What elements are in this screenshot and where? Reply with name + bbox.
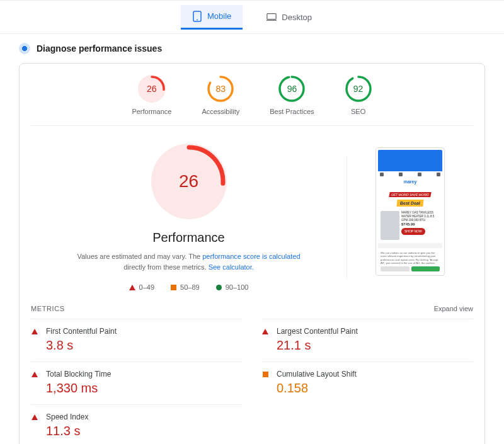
thumb-consent-buttons <box>381 266 440 271</box>
thumb-cookie-settings <box>381 266 410 271</box>
metric-cls-value: 0.158 <box>277 381 357 396</box>
metric-cls-name: Cumulative Layout Shift <box>277 370 357 379</box>
metric-lcp-name: Largest Contentful Paint <box>277 327 358 336</box>
triangle-red-icon <box>262 329 268 334</box>
triangle-red-icon <box>32 372 38 377</box>
legend-green-label: 90–100 <box>226 283 249 291</box>
score-seo-label: SEO <box>345 108 372 115</box>
hero-right: marey GET MORE! SAVE MORE! Best Deal MAR… <box>347 144 473 276</box>
metric-si-name: Speed Index <box>46 413 88 421</box>
triangle-red-icon <box>32 329 38 334</box>
metric-tbt-value: 1,330 ms <box>46 381 111 396</box>
thumb-shop-button: SHOP NOW <box>401 228 425 235</box>
metric-si[interactable]: Speed Index 11.3 s <box>31 404 243 444</box>
mobile-icon <box>192 11 202 21</box>
legend-red: 0–49 <box>129 283 154 291</box>
hero-note-pre: Values are estimated and may vary. The <box>77 253 202 260</box>
link-score-calculated[interactable]: performance score is calculated <box>202 253 300 260</box>
performance-gauge: 26 <box>151 144 227 219</box>
metric-fcp[interactable]: First Contentful Paint 3.8 s <box>31 319 243 361</box>
score-performance[interactable]: 26 Performance <box>132 75 171 115</box>
metric-fcp-value: 3.8 s <box>46 338 117 353</box>
circle-green-icon <box>216 285 222 290</box>
thumb-banner <box>378 150 442 171</box>
hero-note-mid: directly from these metrics. <box>123 263 208 271</box>
hero-title: Performance <box>43 231 334 245</box>
metric-tbt[interactable]: Total Blocking Time 1,330 ms <box>31 361 243 404</box>
score-accessibility[interactable]: 83 Accessibility <box>202 75 239 115</box>
legend-red-label: 0–49 <box>139 283 154 291</box>
thumb-product-title: MAREY GAS TANKLESS WATER HEATER 3.1L 8.5… <box>401 211 440 222</box>
svg-point-5 <box>209 77 232 101</box>
legend-amber: 50–89 <box>171 283 200 291</box>
score-best-practices[interactable]: 96 Best Practices <box>270 75 314 115</box>
report-card: 26 Performance 83 Accessibility 96 Best … <box>19 63 485 444</box>
performance-hero: 26 Performance Values are estimated and … <box>31 126 473 291</box>
legend-amber-label: 50–89 <box>180 283 200 291</box>
metric-fcp-name: First Contentful Paint <box>46 327 117 336</box>
svg-rect-2 <box>267 14 276 20</box>
metric-lcp-value: 21.1 s <box>277 338 358 353</box>
metrics-header: METRICS Expand view <box>31 291 473 319</box>
tab-desktop[interactable]: Desktop <box>255 6 323 28</box>
svg-point-1 <box>197 19 198 20</box>
desktop-icon <box>266 12 277 22</box>
thumb-deal: GET MORE! SAVE MORE! Best Deal <box>381 188 440 208</box>
link-see-calculator[interactable]: See calculator. <box>209 263 254 271</box>
score-performance-label: Performance <box>132 108 171 115</box>
svg-point-4 <box>140 77 164 101</box>
hero-left: 26 Performance Values are estimated and … <box>31 144 346 291</box>
svg-point-6 <box>280 77 304 101</box>
metric-lcp[interactable]: Largest Contentful Paint 21.1 s <box>261 319 473 361</box>
triangle-red-icon <box>129 285 135 290</box>
square-amber-icon <box>171 285 176 290</box>
thumb-logo: marey <box>378 179 442 186</box>
hero-note: Values are estimated and may vary. The p… <box>43 251 334 272</box>
legend-green: 90–100 <box>216 283 249 291</box>
svg-point-8 <box>155 147 223 215</box>
section-header: Diagnose performance issues <box>0 34 504 58</box>
score-seo[interactable]: 92 SEO <box>345 75 372 115</box>
thumb-consent: We use cookies on our website to give yo… <box>378 249 442 273</box>
triangle-red-icon <box>32 414 38 420</box>
metric-si-value: 11.3 s <box>46 424 88 438</box>
page-screenshot-thumbnail[interactable]: marey GET MORE! SAVE MORE! Best Deal MAR… <box>375 147 445 276</box>
tab-mobile-label: Mobile <box>207 11 231 21</box>
device-tabs: Mobile Desktop <box>0 0 504 34</box>
thumb-consent-text: We use cookies on our website to give yo… <box>381 251 440 265</box>
square-amber-icon <box>263 372 268 377</box>
thumb-ribbon: GET MORE! SAVE MORE! <box>389 192 432 197</box>
thumb-accept-all <box>411 266 440 271</box>
metric-cls[interactable]: Cumulative Layout Shift 0.158 <box>261 361 473 404</box>
metrics-title: METRICS <box>31 305 65 312</box>
diagnose-icon <box>19 43 30 54</box>
page-title: Diagnose performance issues <box>37 43 162 54</box>
thumb-tag: Best Deal <box>396 200 423 207</box>
metrics-grid: First Contentful Paint 3.8 s Largest Con… <box>31 319 473 444</box>
thumb-navbar <box>378 171 442 178</box>
thumb-product-image <box>381 211 399 240</box>
score-legend: 0–49 50–89 90–100 <box>43 283 334 291</box>
svg-point-7 <box>346 77 370 101</box>
thumb-price: $745.99 <box>401 222 440 227</box>
score-accessibility-label: Accessibility <box>202 108 239 115</box>
thumb-body: MAREY GAS TANKLESS WATER HEATER 3.1L 8.5… <box>378 209 442 242</box>
thumb-product-info: MAREY GAS TANKLESS WATER HEATER 3.1L 8.5… <box>401 211 440 235</box>
category-scores: 26 Performance 83 Accessibility 96 Best … <box>31 75 473 126</box>
score-best-practices-label: Best Practices <box>270 108 314 115</box>
metric-tbt-name: Total Blocking Time <box>46 370 111 379</box>
thumb-divider <box>378 243 442 248</box>
tab-mobile[interactable]: Mobile <box>181 5 243 30</box>
expand-view-button[interactable]: Expand view <box>434 305 473 312</box>
tab-desktop-label: Desktop <box>282 13 312 22</box>
